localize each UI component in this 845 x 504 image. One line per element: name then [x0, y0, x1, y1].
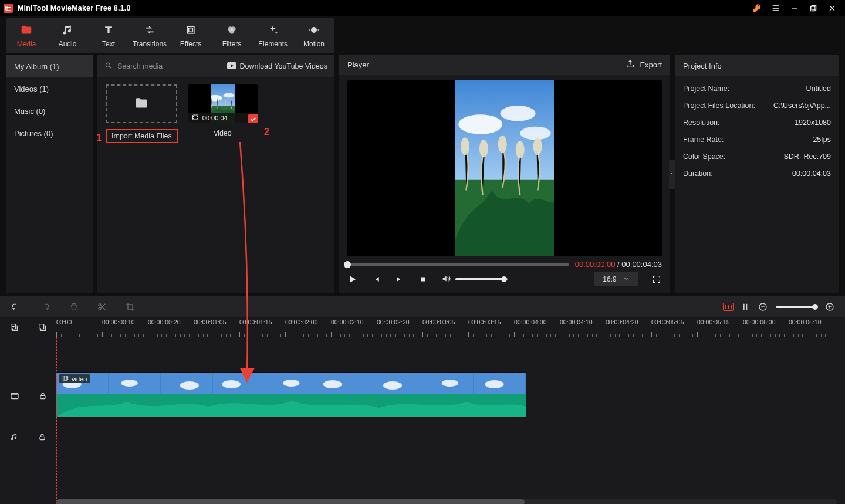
filters-icon — [225, 23, 238, 36]
clip-waveform — [56, 394, 526, 417]
add-track-button[interactable] — [9, 323, 19, 332]
work-row: My Album (1) Videos (1) Music (0) Pictur… — [0, 55, 845, 293]
project-info-panel: Project Info Project Name:Untitled Proje… — [675, 55, 839, 293]
clip-name: video — [72, 376, 87, 383]
timeline-ruler[interactable]: 00:0000:00:00:1000:00:00:2000:00:01:0500… — [56, 317, 845, 337]
audio-track-lock-icon[interactable] — [38, 433, 46, 441]
track-lock-icon[interactable] — [39, 392, 47, 400]
svg-point-64 — [485, 380, 504, 388]
ribbon-tab-filters[interactable]: Filters — [211, 18, 252, 53]
track-collapse-button[interactable] — [38, 323, 47, 332]
split-button[interactable] — [97, 302, 107, 312]
svg-point-8 — [311, 27, 317, 33]
fullscreen-button[interactable] — [651, 274, 662, 285]
audio-track-icon[interactable] — [10, 433, 18, 441]
sidebar-item-myalbum[interactable]: My Album (1) — [6, 55, 93, 77]
ribbon-label: Effects — [180, 40, 201, 48]
snap-toggle[interactable] — [742, 302, 750, 312]
ribbon-label: Filters — [222, 40, 242, 48]
video-track[interactable]: video — [56, 373, 526, 417]
sidebar-item-music[interactable]: Music (0) — [6, 100, 93, 122]
export-icon — [626, 59, 635, 70]
timeline-clip[interactable]: video — [56, 373, 526, 417]
stop-button[interactable] — [418, 274, 428, 285]
annotation-number-1: 1 — [96, 133, 102, 143]
folder-icon — [20, 23, 33, 36]
prev-frame-button[interactable] — [371, 274, 381, 285]
download-youtube-link[interactable]: Download YouTube Videos — [227, 62, 327, 71]
youtube-link-label: Download YouTube Videos — [240, 62, 327, 70]
sidebar-item-videos[interactable]: Videos (1) — [6, 77, 93, 100]
svg-rect-35 — [11, 393, 18, 398]
ribbon: Media Audio Text Transitions Effects Fil… — [0, 16, 845, 55]
svg-point-55 — [323, 380, 342, 388]
sidebar-item-label: My Album (1) — [14, 62, 59, 71]
ribbon-tab-motion[interactable]: Motion — [293, 18, 334, 53]
transitions-icon — [143, 23, 156, 36]
film-icon — [192, 114, 199, 122]
next-frame-button[interactable] — [394, 274, 405, 285]
track-headers — [0, 337, 56, 504]
zoom-slider[interactable] — [776, 306, 817, 308]
activate-key-icon[interactable] — [748, 0, 766, 16]
time-total: 00:00:04:03 — [621, 260, 662, 269]
svg-rect-36 — [40, 395, 45, 398]
volume-control[interactable] — [441, 274, 508, 285]
player-title: Player — [347, 60, 369, 69]
volume-handle[interactable] — [501, 276, 507, 282]
import-media-label[interactable]: Import Media Files — [106, 129, 178, 143]
film-icon — [62, 375, 69, 383]
ribbon-tab-text[interactable]: Text — [88, 18, 129, 53]
media-panel: Search media Download YouTube Videos Imp… — [97, 55, 334, 293]
zoom-in-button[interactable] — [825, 302, 834, 312]
media-clip-thumbnail[interactable]: 00:00:04 — [188, 84, 258, 123]
text-icon — [102, 23, 115, 36]
hamburger-menu-icon[interactable] — [766, 0, 785, 16]
scrub-bar[interactable]: 00:00:00:00 / 00:00:04:03 — [347, 260, 662, 269]
svg-point-18 — [501, 106, 536, 121]
delete-button[interactable] — [69, 302, 79, 312]
ribbon-tab-elements[interactable]: Elements — [252, 18, 293, 53]
zoom-handle[interactable] — [812, 304, 818, 310]
timeline-scrollbar-thumb[interactable] — [56, 499, 525, 504]
import-media-tile[interactable] — [106, 84, 177, 123]
ribbon-tab-media[interactable]: Media — [6, 18, 47, 53]
volume-icon — [441, 274, 451, 285]
play-button[interactable] — [347, 274, 358, 285]
search-placeholder: Search media — [117, 62, 163, 70]
aspect-value: 16:9 — [603, 275, 616, 283]
search-input[interactable]: Search media — [104, 62, 222, 72]
ribbon-tab-transitions[interactable]: Transitions — [129, 18, 170, 53]
aspect-ratio-select[interactable]: 16:9 — [594, 272, 638, 286]
window-minimize-button[interactable] — [785, 0, 804, 16]
tracks-area[interactable]: video — [56, 337, 845, 504]
player-panel: Player Export — [339, 55, 670, 293]
zoom-out-button[interactable] — [758, 302, 768, 312]
scrub-track[interactable] — [347, 263, 569, 266]
player-header: Player Export — [339, 55, 670, 75]
playhead[interactable] — [56, 337, 57, 504]
thumb-selected-badge — [248, 114, 258, 123]
window-close-button[interactable] — [823, 0, 841, 16]
ribbon-tab-effects[interactable]: Effects — [170, 18, 211, 53]
ribbon-tab-audio[interactable]: Audio — [47, 18, 88, 53]
player-stage[interactable] — [347, 80, 662, 256]
redo-button[interactable] — [40, 302, 50, 312]
scrub-handle[interactable] — [344, 261, 351, 268]
auto-layout-icon[interactable] — [723, 303, 734, 311]
timeline-scrollbar[interactable] — [56, 499, 837, 504]
sidebar-item-pictures[interactable]: Pictures (0) — [6, 122, 93, 144]
undo-button[interactable] — [11, 302, 21, 312]
crop-button[interactable] — [126, 302, 135, 312]
export-button[interactable]: Export — [626, 59, 662, 70]
sidebar-item-label: Pictures (0) — [14, 129, 53, 138]
clip-label: video — [59, 374, 90, 383]
panel-collapse-toggle[interactable] — [669, 160, 675, 189]
volume-track[interactable] — [455, 278, 508, 280]
ribbon-label: Elements — [258, 40, 288, 48]
svg-rect-38 — [63, 376, 67, 380]
scrub-time: 00:00:00:00 / 00:00:04:03 — [575, 260, 662, 269]
ribbon-tool-group: Media Audio Text Transitions Effects Fil… — [6, 18, 334, 53]
window-maximize-button[interactable] — [804, 0, 823, 16]
track-visibility-icon[interactable] — [10, 391, 19, 401]
